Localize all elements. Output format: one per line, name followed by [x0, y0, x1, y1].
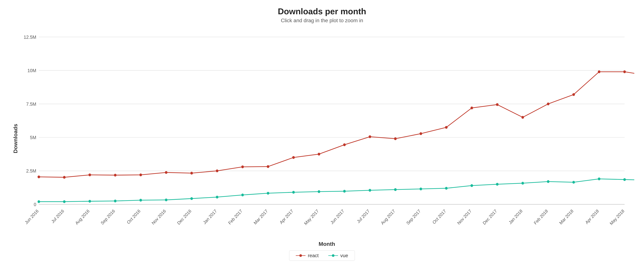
svg-point-51 [394, 137, 396, 140]
chart-subtitle: Click and drag in the plot to zoom in [281, 18, 363, 24]
svg-text:May 2018: May 2018 [609, 208, 625, 226]
svg-text:Jun 2017: Jun 2017 [330, 208, 345, 225]
svg-point-52 [420, 132, 422, 135]
svg-point-56 [521, 116, 524, 119]
svg-point-72 [292, 191, 295, 194]
svg-text:Sep 2017: Sep 2017 [406, 208, 422, 226]
legend-line-vue [328, 255, 338, 256]
svg-text:0: 0 [34, 202, 36, 207]
svg-point-78 [445, 187, 448, 190]
legend-line-react [296, 255, 306, 256]
svg-text:7.5M: 7.5M [26, 101, 36, 107]
svg-text:Sep 2016: Sep 2016 [100, 208, 116, 226]
svg-point-41 [140, 174, 142, 176]
y-axis-label: Downloads [10, 30, 20, 247]
svg-text:Dec 2016: Dec 2016 [176, 208, 192, 226]
svg-text:Oct 2016: Oct 2016 [126, 208, 142, 225]
svg-point-71 [267, 192, 270, 195]
svg-point-84 [598, 178, 600, 180]
svg-text:May 2017: May 2017 [303, 208, 320, 226]
svg-text:Jun 2016: Jun 2016 [24, 208, 40, 225]
svg-point-73 [318, 190, 320, 193]
svg-point-70 [241, 194, 244, 196]
svg-point-62 [38, 200, 40, 203]
svg-text:Nov 2017: Nov 2017 [456, 208, 472, 226]
svg-point-80 [496, 183, 498, 186]
svg-text:Apr 2017: Apr 2017 [279, 208, 294, 225]
legend-dot-react [299, 254, 302, 257]
svg-point-85 [623, 178, 626, 181]
svg-point-37 [38, 176, 40, 178]
legend-label-react: react [308, 253, 318, 258]
svg-text:Nov 2016: Nov 2016 [151, 208, 167, 226]
svg-text:Jan 2018: Jan 2018 [508, 208, 523, 225]
svg-point-81 [521, 182, 524, 185]
svg-text:Jan 2017: Jan 2017 [202, 208, 218, 225]
legend-item-vue: vue [328, 253, 348, 258]
svg-point-40 [114, 174, 116, 176]
svg-point-82 [547, 180, 550, 183]
svg-point-77 [420, 187, 422, 190]
svg-point-38 [63, 176, 66, 179]
svg-point-46 [267, 165, 270, 168]
svg-point-69 [216, 196, 218, 198]
svg-point-68 [190, 197, 193, 200]
svg-point-58 [572, 93, 575, 96]
svg-point-45 [241, 165, 244, 168]
svg-point-79 [470, 184, 473, 187]
svg-point-65 [114, 200, 116, 202]
svg-point-47 [292, 156, 295, 159]
svg-text:Apr 2018: Apr 2018 [584, 208, 600, 225]
svg-point-54 [470, 106, 473, 109]
svg-point-53 [445, 126, 448, 129]
svg-text:2.5M: 2.5M [26, 168, 36, 174]
svg-point-49 [343, 143, 346, 146]
svg-point-57 [547, 102, 550, 105]
svg-text:Dec 2017: Dec 2017 [482, 208, 498, 226]
svg-point-76 [394, 188, 396, 191]
svg-point-43 [190, 172, 193, 175]
svg-text:Jul 2016: Jul 2016 [50, 208, 65, 224]
svg-point-75 [368, 189, 371, 192]
legend-item-react: react [296, 253, 318, 258]
svg-point-44 [216, 170, 218, 172]
svg-point-83 [572, 181, 575, 184]
svg-point-55 [496, 103, 498, 106]
svg-point-63 [63, 200, 66, 203]
svg-text:12.5M: 12.5M [24, 34, 36, 40]
svg-point-74 [343, 190, 346, 192]
svg-point-60 [623, 70, 626, 73]
legend-dot-vue [332, 254, 334, 257]
svg-point-64 [88, 200, 91, 203]
svg-point-50 [368, 135, 371, 138]
x-axis-label: Month [20, 239, 634, 247]
svg-text:Feb 2017: Feb 2017 [227, 208, 243, 225]
plot-wrapper: 02.5M5M7.5M10M12.5MJun 2016Jul 2016Aug 2… [20, 30, 634, 247]
svg-point-59 [598, 70, 600, 73]
chart-area: Downloads 02.5M5M7.5M10M12.5MJun 2016Jul… [10, 30, 634, 247]
svg-text:Oct 2017: Oct 2017 [432, 208, 447, 225]
svg-text:10M: 10M [28, 68, 36, 73]
svg-text:5M: 5M [30, 135, 36, 140]
svg-point-42 [165, 171, 168, 174]
svg-point-48 [318, 153, 320, 156]
svg-text:Jul 2017: Jul 2017 [356, 208, 370, 224]
svg-point-66 [140, 199, 142, 202]
legend-label-vue: vue [340, 253, 348, 258]
svg-text:Aug 2017: Aug 2017 [380, 208, 396, 226]
chart-title: Downloads per month [278, 7, 366, 16]
svg-text:Aug 2016: Aug 2016 [74, 208, 90, 226]
svg-text:Feb 2018: Feb 2018 [533, 208, 549, 225]
svg-text:Mar 2017: Mar 2017 [253, 208, 269, 225]
legend: react vue [289, 250, 355, 261]
main-chart[interactable]: 02.5M5M7.5M10M12.5MJun 2016Jul 2016Aug 2… [20, 30, 634, 239]
svg-text:Mar 2018: Mar 2018 [558, 208, 574, 225]
svg-point-67 [165, 198, 168, 201]
svg-point-39 [88, 174, 91, 176]
chart-container: Downloads per month Click and drag in th… [0, 0, 644, 264]
